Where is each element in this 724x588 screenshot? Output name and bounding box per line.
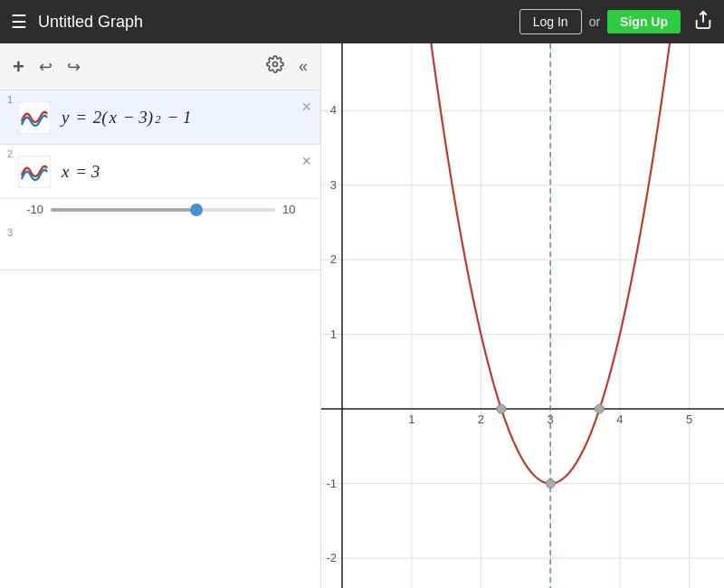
collapse-panel-icon[interactable]: « bbox=[299, 57, 308, 76]
slider-track-2[interactable] bbox=[51, 208, 275, 212]
slider-row-2: -10 10 bbox=[0, 199, 320, 223]
share-icon[interactable] bbox=[693, 10, 713, 34]
add-expression-button[interactable]: + bbox=[13, 55, 24, 79]
svg-point-1 bbox=[272, 62, 277, 67]
app-header: ☰ Untitled Graph Log In or Sign Up bbox=[0, 0, 724, 43]
slider-thumb-2[interactable] bbox=[190, 204, 203, 216]
expression-item-3[interactable]: 3 bbox=[0, 223, 320, 270]
expr-number-3: 3 bbox=[2, 227, 18, 238]
login-button[interactable]: Log In bbox=[519, 9, 582, 34]
slider-min-label: -10 bbox=[18, 203, 43, 216]
expr-close-1[interactable]: × bbox=[292, 90, 320, 117]
expression-item-1[interactable]: 1 y = 2(x − 3)2 − 1 × bbox=[0, 90, 320, 145]
expr-number-2: 2 bbox=[2, 148, 18, 159]
main-content: + ↩ ↪ « 1 bbox=[0, 43, 724, 588]
app-title: Untitled Graph bbox=[38, 13, 509, 32]
slider-max-label: 10 bbox=[282, 203, 302, 216]
settings-icon[interactable] bbox=[266, 55, 284, 78]
undo-button[interactable]: ↩ bbox=[39, 57, 52, 77]
left-panel: + ↩ ↪ « 1 bbox=[0, 43, 321, 588]
expression-toolbar: + ↩ ↪ « bbox=[0, 43, 320, 90]
expression-item-2[interactable]: 2 x = 3 × bbox=[0, 145, 320, 199]
redo-button[interactable]: ↪ bbox=[67, 57, 81, 77]
expr-close-2[interactable]: × bbox=[292, 145, 320, 171]
expr-number-1: 1 bbox=[2, 94, 18, 105]
hamburger-icon[interactable]: ☰ bbox=[11, 11, 27, 33]
header-actions: Log In or Sign Up bbox=[519, 9, 713, 34]
expr-icon-1 bbox=[18, 101, 51, 134]
expression-item-2-wrapper: 2 x = 3 × -10 bbox=[0, 145, 320, 223]
signup-button[interactable]: Sign Up bbox=[607, 10, 681, 33]
or-text: or bbox=[589, 14, 600, 29]
expr-formula-1[interactable]: y = 2(x − 3)2 − 1 bbox=[58, 100, 292, 135]
graph-canvas bbox=[321, 43, 724, 588]
expr-formula-2[interactable]: x = 3 bbox=[58, 154, 292, 189]
expr-icon-2 bbox=[18, 156, 51, 188]
graph-area[interactable] bbox=[321, 43, 724, 588]
slider-fill-2 bbox=[51, 208, 196, 212]
